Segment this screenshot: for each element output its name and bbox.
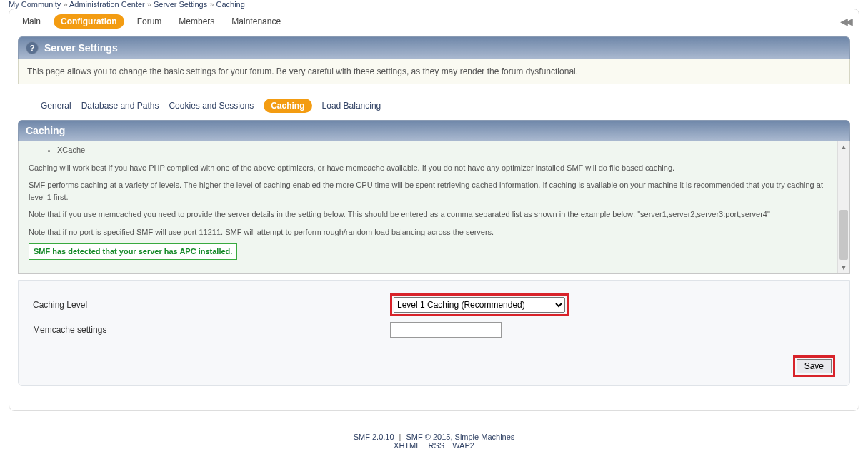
menu-maintenance[interactable]: Maintenance [227, 14, 285, 29]
crumb-my-community[interactable]: My Community [9, 0, 61, 9]
caching-form: Caching Level Level 1 Caching (Recommend… [18, 280, 850, 386]
footer-copyright[interactable]: SMF © 2015, Simple Machines [406, 433, 515, 441]
footer: SMF 2.0.10 | SMF © 2015, Simple Machines… [0, 411, 868, 457]
scrollbar[interactable]: ▲ ▼ [837, 141, 849, 273]
cache-paragraph: Caching will work best if you have PHP c… [29, 162, 839, 174]
subnav-cookies-sessions[interactable]: Cookies and Sessions [169, 101, 254, 111]
server-settings-title: Server Settings [44, 42, 118, 54]
subnav-database-paths[interactable]: Database and Paths [81, 101, 159, 111]
server-settings-desc: This page allows you to change the basic… [18, 59, 850, 84]
caching-title: Caching [26, 125, 65, 136]
label-caching-level: Caching Level [33, 300, 390, 310]
caching-info-scroll: XCache Caching will work best if you hav… [18, 141, 850, 274]
footer-rss[interactable]: RSS [428, 441, 444, 450]
subnav-load-balancing[interactable]: Load Balancing [322, 101, 381, 111]
server-settings-titlebar: ? Server Settings [18, 36, 850, 59]
footer-version[interactable]: SMF 2.0.10 [354, 433, 394, 441]
server-settings-subnav: General Database and Paths Cookies and S… [18, 91, 850, 120]
menu-members[interactable]: Members [174, 14, 219, 29]
apc-detected-box: SMF has detected that your server has AP… [29, 243, 237, 260]
crumb-sep: » [63, 0, 67, 9]
crumb-sep: » [209, 0, 214, 9]
cache-paragraph: SMF performs caching at a variety of lev… [29, 179, 839, 203]
cache-paragraph: Note that if you use memcached you need … [29, 208, 839, 221]
input-memcache-settings[interactable] [390, 322, 502, 338]
scroll-thumb[interactable] [839, 210, 848, 260]
scroll-down-icon[interactable]: ▼ [838, 262, 849, 273]
scroll-track[interactable] [838, 153, 849, 262]
subnav-general[interactable]: General [41, 101, 71, 111]
crumb-server-settings[interactable]: Server Settings [154, 0, 207, 9]
menu-main[interactable]: Main [18, 14, 45, 29]
scroll-up-icon[interactable]: ▲ [838, 141, 849, 153]
cache-bullet: XCache [57, 144, 839, 156]
crumb-sep: » [147, 0, 151, 9]
crumb-admin-center[interactable]: Administration Center [69, 0, 145, 9]
subnav-caching[interactable]: Caching [264, 99, 311, 113]
menu-configuration[interactable]: Configuration [54, 14, 124, 29]
cache-paragraph: Note that if no port is specified SMF wi… [29, 226, 839, 238]
breadcrumb: My Community » Administration Center » S… [0, 0, 868, 9]
menu-forum[interactable]: Forum [133, 14, 166, 29]
footer-sep: | [399, 433, 404, 441]
highlight-save: Save [793, 355, 835, 377]
top-menu: Main Configuration Forum Members Mainten… [9, 9, 859, 36]
caching-titlebar: Caching [18, 120, 850, 141]
save-button[interactable]: Save [797, 359, 832, 373]
label-memcache-settings: Memcache settings [33, 325, 390, 335]
select-caching-level[interactable]: Level 1 Caching (Recommended) [394, 297, 565, 313]
separator [33, 348, 835, 348]
help-icon[interactable]: ? [26, 41, 39, 54]
highlight-caching-level: Level 1 Caching (Recommended) [390, 293, 569, 316]
footer-xhtml[interactable]: XHTML [394, 441, 420, 450]
footer-wap2[interactable]: WAP2 [452, 441, 474, 450]
nav-prev-icon[interactable]: ◀◀ [840, 16, 850, 27]
crumb-caching[interactable]: Caching [216, 0, 244, 9]
